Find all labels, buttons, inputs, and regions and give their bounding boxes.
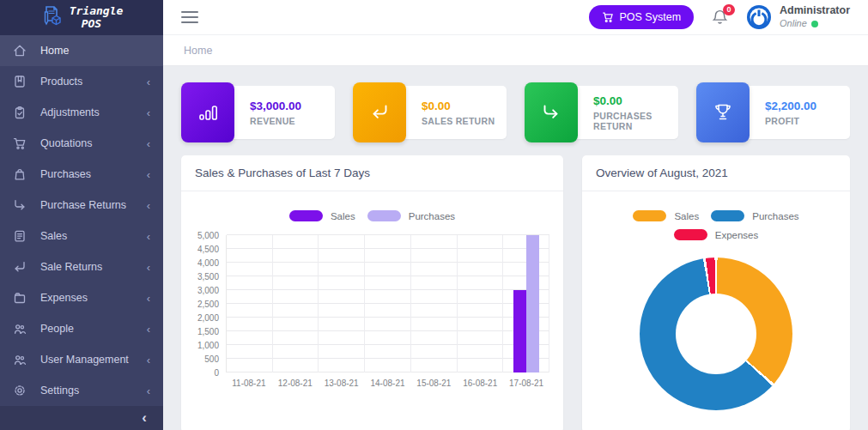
sidebar-collapse-button[interactable]: ‹ <box>0 406 163 430</box>
people-icon <box>13 322 27 336</box>
bar-category-cell <box>227 235 273 372</box>
bar-chart-plot <box>226 235 549 372</box>
sidebar-menu: HomeProducts‹Adjustments‹Quotations‹Purc… <box>0 35 163 406</box>
user-management-icon <box>13 353 27 367</box>
online-status-dot <box>811 21 818 27</box>
sidebar-item-purchase-returns[interactable]: Purchase Returns‹ <box>0 190 163 221</box>
y-axis-tick: 0 <box>214 368 219 378</box>
notifications-button[interactable]: 0 <box>711 9 729 27</box>
chevron-left-icon: ‹ <box>147 107 150 118</box>
stat-card-body: $0.00SALES RETURN <box>399 86 507 139</box>
sidebar-item-home[interactable]: Home <box>0 35 163 66</box>
donut-chart-hole <box>676 294 756 374</box>
legend-item-purchases[interactable]: Purchases <box>711 210 798 221</box>
charts-row: Sales & Purchases of Last 7 Days SalesPu… <box>181 155 850 430</box>
sidebar-item-label: Sale Returns <box>40 261 102 273</box>
trophy-icon <box>696 82 750 142</box>
stats-row: $3,000.00REVENUE$0.00SALES RETURN$0.00PU… <box>181 86 850 139</box>
stat-value: $3,000.00 <box>250 100 335 112</box>
sidebar-item-quotations[interactable]: Quotations‹ <box>0 128 163 159</box>
sidebar-item-people[interactable]: People‹ <box>0 313 163 344</box>
sidebar-item-settings[interactable]: Settings‹ <box>0 375 163 406</box>
stat-card-purchases-return: $0.00PURCHASES RETURN <box>525 86 678 139</box>
y-axis-tick: 3,500 <box>197 272 219 282</box>
legend-swatch <box>289 210 323 221</box>
legend-label: Purchases <box>752 211 798 221</box>
y-axis-tick: 500 <box>204 354 219 364</box>
bar-category-cell <box>411 235 458 372</box>
sidebar-item-label: Quotations <box>40 137 92 149</box>
legend-item-purchases[interactable]: Purchases <box>367 210 455 221</box>
sidebar-item-sales[interactable]: Sales‹ <box>0 221 163 251</box>
y-axis-tick: 4,000 <box>197 258 219 268</box>
legend-swatch <box>367 210 401 221</box>
sidebar-item-label: People <box>40 323 74 335</box>
home-icon <box>13 44 27 58</box>
stat-label: SALES RETURN <box>422 116 507 126</box>
stat-value: $2,200.00 <box>765 100 850 112</box>
dashboard-content: $3,000.00REVENUE$0.00SALES RETURN$0.00PU… <box>163 66 868 430</box>
legend-item-sales[interactable]: Sales <box>289 210 355 221</box>
sidebar-item-adjustments[interactable]: Adjustments‹ <box>0 97 163 128</box>
chevron-left-icon: ‹ <box>147 293 150 304</box>
breadcrumb-home-link[interactable]: Home <box>184 45 212 57</box>
x-axis-tick: 16-08-21 <box>457 379 503 388</box>
stat-label: PROFIT <box>765 116 850 126</box>
bar-category-cell <box>458 235 504 372</box>
stat-card-profit: $2,200.00PROFIT <box>696 86 850 139</box>
expenses-icon <box>13 291 27 306</box>
y-axis-tick: 4,500 <box>197 245 219 254</box>
stat-card-body: $2,200.00PROFIT <box>743 86 850 139</box>
x-axis-tick: 12-08-21 <box>272 379 319 388</box>
stat-value: $0.00 <box>593 94 678 107</box>
settings-icon <box>13 384 27 398</box>
stat-card-body: $3,000.00REVENUE <box>228 86 335 139</box>
stat-label: REVENUE <box>250 116 335 126</box>
sidebar-item-label: Settings <box>40 385 79 397</box>
products-icon <box>13 75 27 89</box>
notification-badge: 0 <box>723 4 735 15</box>
sidebar-item-user-management[interactable]: User Management‹ <box>0 344 163 375</box>
hamburger-menu-icon[interactable] <box>181 11 198 23</box>
app-logo-text: Triangle POS <box>70 5 124 31</box>
donut-chart-title: Overview of August, 2021 <box>582 155 850 191</box>
sidebar-item-label: Home <box>40 45 69 57</box>
x-axis-tick: 17-08-21 <box>503 379 549 388</box>
chevron-left-icon: ‹ <box>147 262 150 273</box>
sale-returns-icon <box>13 260 27 275</box>
bar-category-cell <box>273 235 319 372</box>
pos-system-button[interactable]: POS System <box>589 5 695 29</box>
y-axis-tick: 3,000 <box>197 286 219 295</box>
sidebar-item-expenses[interactable]: Expenses‹ <box>0 282 163 313</box>
purchase-returns-icon <box>13 198 27 213</box>
user-menu[interactable]: Administrator Online <box>746 4 850 30</box>
sidebar-item-purchases[interactable]: Purchases‹ <box>0 159 163 190</box>
legend-label: Sales <box>674 211 699 221</box>
legend-swatch <box>674 229 707 240</box>
quotations-icon <box>13 136 27 151</box>
triangle-pos-logo-icon <box>40 4 64 31</box>
chevron-left-icon: ‹ <box>147 385 150 397</box>
legend-item-expenses[interactable]: Expenses <box>674 229 759 240</box>
sidebar-item-products[interactable]: Products‹ <box>0 66 163 97</box>
sales-icon <box>13 229 27 244</box>
chevron-left-icon: ‹ <box>147 138 150 149</box>
sidebar-item-label: Products <box>40 76 82 88</box>
return-arrow-icon <box>353 82 406 142</box>
y-axis-tick: 2,000 <box>197 313 219 323</box>
app-window: Triangle POS HomeProducts‹Adjustments‹Qu… <box>0 0 868 430</box>
bar-category-cell <box>365 235 411 372</box>
legend-item-sales[interactable]: Sales <box>633 210 699 221</box>
bar-category-cell <box>503 235 549 372</box>
legend-label: Purchases <box>409 211 455 221</box>
bar-chart-y-axis: 05001,0001,5002,0002,5003,0003,5004,0004… <box>195 235 226 372</box>
sidebar-item-label: Adjustments <box>40 106 100 118</box>
topbar: POS System 0 <box>163 0 868 35</box>
y-axis-tick: 1,500 <box>197 327 219 336</box>
sidebar-item-sale-returns[interactable]: Sale Returns‹ <box>0 251 163 282</box>
sidebar-item-label: Purchases <box>40 168 91 180</box>
app-logo[interactable]: Triangle POS <box>0 0 163 35</box>
sidebar-item-label: User Management <box>40 354 129 366</box>
stat-card-revenue: $3,000.00REVENUE <box>181 86 335 139</box>
y-axis-tick: 2,500 <box>197 300 219 309</box>
